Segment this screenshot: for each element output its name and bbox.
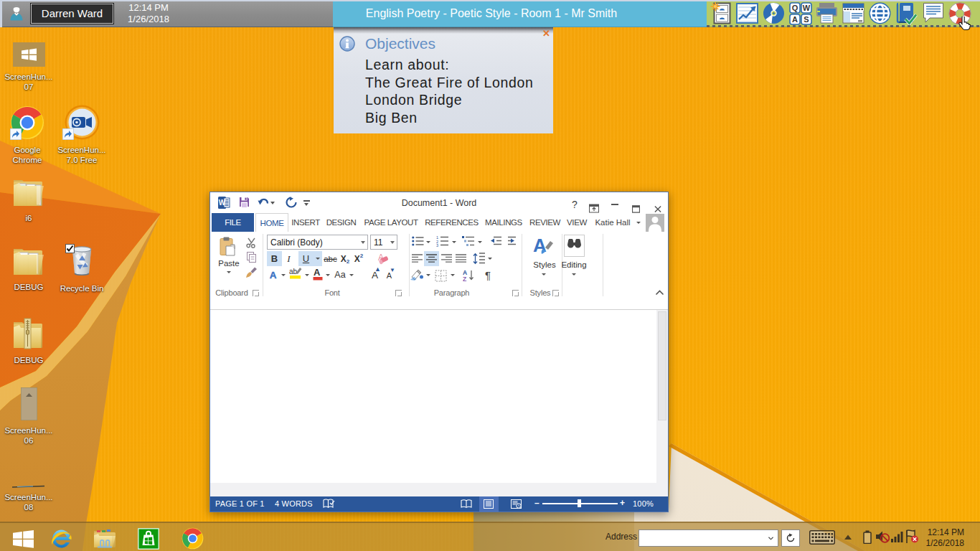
svg-text:A: A (314, 267, 321, 278)
svg-text:W: W (802, 4, 810, 12)
svg-text:A: A (792, 15, 798, 24)
svg-text:S: S (804, 15, 809, 24)
svg-text:A: A (533, 235, 547, 256)
svg-text:3: 3 (436, 243, 438, 247)
svg-text:ab: ab (289, 268, 298, 276)
svg-text:Z: Z (463, 276, 466, 282)
svg-text:Q: Q (791, 4, 798, 12)
